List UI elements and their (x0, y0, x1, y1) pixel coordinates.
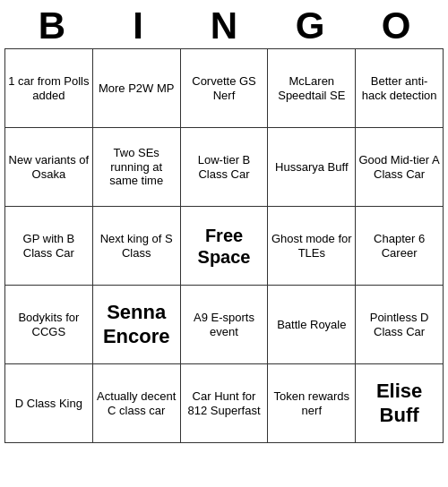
bingo-letter: B (9, 7, 95, 45)
bingo-cell: Corvette GS Nerf (180, 49, 268, 128)
bingo-cell: Chapter 6 Career (356, 207, 444, 286)
bingo-cell: A9 E-sports event (180, 286, 268, 364)
bingo-cell: Free Space (180, 207, 268, 286)
bingo-cell: Car Hunt for 812 Superfast (180, 364, 268, 443)
table-row: Bodykits for CCGSSenna EncoreA9 E-sports… (5, 286, 444, 364)
bingo-cell: Senna Encore (92, 286, 180, 364)
bingo-cell: Low-tier B Class Car (180, 128, 268, 207)
bingo-cell: D Class King (5, 364, 93, 443)
bingo-letter: I (95, 7, 181, 45)
table-row: New variants of OsakaTwo SEs running at … (5, 128, 444, 207)
table-row: GP with B Class CarNext king of S ClassF… (5, 207, 444, 286)
bingo-cell: Ghost mode for TLEs (268, 207, 356, 286)
bingo-letter: N (181, 7, 267, 45)
bingo-cell: Bodykits for CCGS (5, 286, 93, 364)
bingo-cell: 1 car from Polls added (5, 49, 93, 128)
bingo-cell: GP with B Class Car (5, 207, 93, 286)
bingo-letter: O (353, 7, 439, 45)
bingo-cell: McLaren Speedtail SE (268, 49, 356, 128)
bingo-cell: Two SEs running at same time (92, 128, 180, 207)
bingo-cell: Pointless D Class Car (356, 286, 444, 364)
table-row: 1 car from Polls addedMore P2W MPCorvett… (5, 49, 444, 128)
bingo-title: BINGO (0, 0, 448, 48)
bingo-cell: Battle Royale (268, 286, 356, 364)
bingo-grid: 1 car from Polls addedMore P2W MPCorvett… (4, 48, 444, 443)
bingo-cell: Good Mid-tier A Class Car (356, 128, 444, 207)
bingo-cell: Actually decent C class car (92, 364, 180, 443)
bingo-letter: G (267, 7, 353, 45)
bingo-cell: Next king of S Class (92, 207, 180, 286)
bingo-cell: New variants of Osaka (5, 128, 93, 207)
bingo-cell: More P2W MP (92, 49, 180, 128)
table-row: D Class KingActually decent C class carC… (5, 364, 444, 443)
bingo-cell: Token rewards nerf (268, 364, 356, 443)
bingo-cell: Elise Buff (356, 364, 444, 443)
bingo-cell: Hussarya Buff (268, 128, 356, 207)
bingo-cell: Better anti-hack detection (356, 49, 444, 128)
